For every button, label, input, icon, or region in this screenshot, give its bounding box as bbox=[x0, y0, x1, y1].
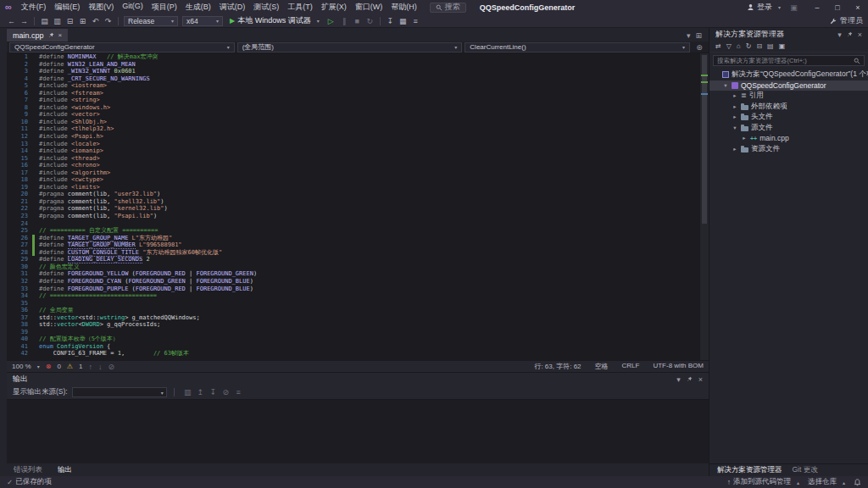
line-ending-mode[interactable]: CRLF bbox=[622, 362, 640, 371]
editor-scrollbar[interactable] bbox=[699, 53, 709, 360]
warning-icon[interactable]: ⚠ bbox=[67, 363, 73, 370]
menu-item[interactable]: 生成(B) bbox=[181, 2, 215, 13]
clear-all-icon[interactable]: ⊘ bbox=[220, 386, 232, 398]
code-line[interactable]: 8#include <windows.h> bbox=[7, 104, 709, 112]
navigate-back-icon[interactable]: ← bbox=[5, 15, 18, 27]
menu-item[interactable]: 测试(S) bbox=[249, 2, 283, 13]
code-editor[interactable]: 1#define NOMINMAX // 解决max宏冲突2#define WI… bbox=[7, 53, 709, 360]
code-line[interactable]: 30// 颜色宏定义 bbox=[7, 263, 709, 271]
code-line[interactable]: 25// ========== 自定义配置 ========== bbox=[7, 227, 709, 235]
menu-item[interactable]: 视图(V) bbox=[84, 2, 118, 13]
redo-icon[interactable]: ↷ bbox=[102, 15, 114, 27]
navigate-forward-icon[interactable]: → bbox=[18, 15, 31, 27]
properties-icon[interactable]: ▣ bbox=[779, 41, 786, 53]
output-content[interactable] bbox=[7, 400, 709, 463]
code-line[interactable]: 26#define TARGET_GROUP_NAME L"东方幼稚园" bbox=[7, 235, 709, 242]
code-line[interactable]: 9#include <vector> bbox=[7, 111, 709, 119]
code-line[interactable]: 10#include <ShlObj.h> bbox=[7, 119, 709, 126]
code-line[interactable]: 41enum ConfigVersion { bbox=[7, 343, 709, 351]
tree-item-external-deps[interactable]: ▸外部依赖项 bbox=[709, 102, 868, 113]
close-button[interactable]: × bbox=[848, 0, 868, 14]
save-all-icon[interactable]: ⊞ bbox=[76, 15, 89, 27]
code-line[interactable]: 32#define FOREGROUND_CYAN (FOREGROUND_GR… bbox=[7, 278, 709, 286]
tree-item-main-cpp[interactable]: ▸++main.cpp bbox=[709, 133, 868, 144]
cursor-position[interactable]: 行: 63, 字符: 62 bbox=[534, 362, 581, 371]
tree-expander-icon[interactable]: ▸ bbox=[741, 135, 748, 141]
code-line[interactable]: 22#pragma comment(lib, "kernel32.lib") bbox=[7, 205, 709, 213]
tree-item-resource-files[interactable]: ▸资源文件 bbox=[709, 144, 868, 155]
split-window-icon[interactable]: ⊞ bbox=[695, 31, 702, 40]
find-message-icon[interactable]: ▥ bbox=[181, 386, 194, 398]
output-source-dropdown[interactable]: ▾ bbox=[72, 387, 167, 397]
code-line[interactable]: 33#define FOREGROUND_PURPLE (FOREGROUND_… bbox=[7, 286, 709, 293]
code-line[interactable]: 39 bbox=[7, 329, 709, 336]
add-to-source-control-button[interactable]: ↑ 添加到源代码管理 ▴ bbox=[727, 477, 799, 487]
code-line[interactable]: 35 bbox=[7, 300, 709, 308]
code-line[interactable]: 13#include <locale> bbox=[7, 141, 709, 148]
settings-gear-icon[interactable]: ⊛ bbox=[693, 43, 706, 52]
code-line[interactable]: 4#define _CRT_SECURE_NO_WARNINGS bbox=[7, 75, 709, 83]
go-to-previous-message-icon[interactable]: ↥ bbox=[194, 386, 207, 398]
code-line[interactable]: 15#include <thread> bbox=[7, 155, 709, 163]
save-icon[interactable]: ⊟ bbox=[64, 15, 76, 27]
window-position-icon[interactable]: ▾ bbox=[837, 30, 842, 39]
window-position-icon[interactable]: ▾ bbox=[676, 375, 681, 384]
pending-changes-filter-icon[interactable]: ▽ bbox=[726, 41, 732, 53]
code-line[interactable]: 14#include <iomanip> bbox=[7, 147, 709, 155]
tree-item-references[interactable]: ▸≣引用 bbox=[709, 91, 868, 102]
panel-tab-Git 更改[interactable]: Git 更改 bbox=[793, 465, 818, 475]
next-issue-icon[interactable]: ↓ bbox=[98, 361, 103, 373]
zoom-dropdown[interactable]: 100 % ▾ bbox=[12, 363, 40, 370]
feedback-icon[interactable]: ▣ bbox=[787, 2, 800, 14]
tree-item-project[interactable]: ▾QQSpeedConfigGenerator bbox=[709, 80, 868, 92]
notifications-bell-icon[interactable] bbox=[854, 479, 861, 486]
tree-item-header-files[interactable]: ▸头文件 bbox=[709, 112, 868, 123]
menu-item[interactable]: 窗口(W) bbox=[351, 2, 387, 13]
tab-main-cpp[interactable]: main.cpp × bbox=[7, 29, 68, 42]
pin-icon[interactable] bbox=[847, 31, 853, 37]
undo-icon[interactable]: ↶ bbox=[89, 15, 102, 27]
code-line[interactable]: 6#include <fstream> bbox=[7, 90, 709, 97]
code-line[interactable]: 27#define TARGET_GROUP_NUMBER L"99658898… bbox=[7, 241, 709, 249]
sign-in-button[interactable]: 登录 ▾ bbox=[747, 2, 781, 13]
tree-expander-icon[interactable]: ▾ bbox=[732, 125, 738, 131]
maximize-button[interactable]: □ bbox=[827, 0, 848, 14]
close-panel-icon[interactable]: × bbox=[698, 375, 703, 384]
refresh-icon[interactable]: ↻ bbox=[746, 41, 752, 53]
tree-expander-icon[interactable]: ▸ bbox=[732, 114, 738, 120]
code-line[interactable]: 34// ============================== bbox=[7, 292, 709, 300]
code-line[interactable]: 38std::vector<DWORD> g_qqProcessIds; bbox=[7, 321, 709, 329]
menu-item[interactable]: 扩展(X) bbox=[317, 2, 351, 13]
collapse-all-icon[interactable]: ⊟ bbox=[756, 41, 762, 53]
close-panel-icon[interactable]: × bbox=[858, 30, 862, 39]
tree-expander-icon[interactable]: ▸ bbox=[732, 146, 738, 152]
more-commands-icon[interactable]: ≡ bbox=[409, 15, 422, 27]
code-line[interactable]: 36// 全局变量 bbox=[7, 307, 709, 314]
code-line[interactable]: 2#define WIN32_LEAN_AND_MEAN bbox=[7, 61, 709, 69]
error-icon[interactable]: ⊗ bbox=[46, 363, 52, 370]
indentation-mode[interactable]: 空格 bbox=[595, 362, 609, 371]
find-icon[interactable]: ▦ bbox=[397, 15, 409, 27]
start-debugging-button[interactable]: ▶ 本地 Windows 调试器 ▾ bbox=[225, 15, 324, 26]
menu-item[interactable]: 编辑(E) bbox=[50, 2, 84, 13]
menu-item[interactable]: 项目(P) bbox=[147, 2, 181, 13]
code-line[interactable]: 40// 配置版本枚举（5个版本） bbox=[7, 336, 709, 343]
show-all-files-icon[interactable]: ▤ bbox=[767, 41, 774, 53]
type-scope-dropdown[interactable]: (全局范围) ▾ bbox=[237, 42, 463, 53]
menu-item[interactable]: 调试(D) bbox=[215, 2, 250, 13]
restart-icon[interactable]: ↻ bbox=[364, 15, 376, 27]
code-line[interactable]: 3#define _WIN32_WINNT 0x0601 bbox=[7, 68, 709, 75]
code-line[interactable]: 11#include <tlhelp32.h> bbox=[7, 125, 709, 133]
run-without-debugging-icon[interactable]: ▷ bbox=[325, 15, 337, 27]
code-line[interactable]: 1#define NOMINMAX // 解决max宏冲突 bbox=[7, 53, 709, 61]
tree-expander-icon[interactable]: ▸ bbox=[732, 92, 738, 99]
configuration-dropdown[interactable]: Release ▾ bbox=[124, 16, 178, 26]
code-line[interactable]: 19#include <limits> bbox=[7, 184, 709, 191]
code-line[interactable]: 20#pragma comment(lib, "user32.lib") bbox=[7, 191, 709, 198]
code-line[interactable]: 37std::vector<std::wstring> g_matchedQQW… bbox=[7, 314, 709, 322]
close-tab-icon[interactable]: × bbox=[58, 31, 63, 39]
code-line[interactable]: 18#include <cwctype> bbox=[7, 176, 709, 184]
menu-item[interactable]: 帮助(H) bbox=[387, 2, 421, 13]
member-dropdown[interactable]: ClearCurrentLine() ▾ bbox=[465, 42, 690, 53]
stop-icon[interactable]: ■ bbox=[351, 15, 364, 27]
